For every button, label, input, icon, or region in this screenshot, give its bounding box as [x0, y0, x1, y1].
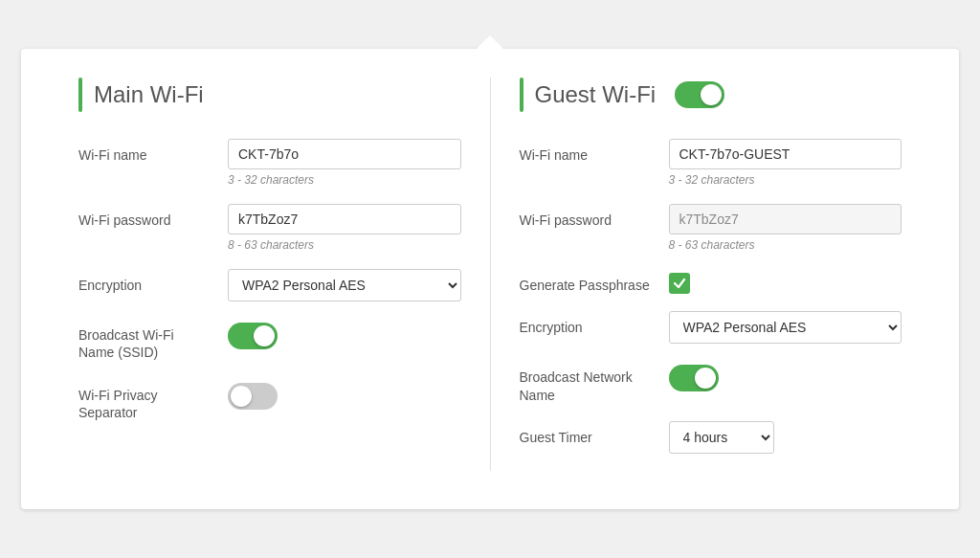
guest-wifi-title: Guest Wi-Fi [535, 81, 657, 108]
main-privacy-thumb [231, 386, 252, 407]
guest-wifi-bar [520, 78, 523, 112]
guest-broadcast-row: Broadcast Network Name [520, 361, 902, 403]
main-wifi-name-hint: 3 - 32 characters [228, 173, 461, 187]
main-broadcast-toggle-wrap [228, 319, 461, 349]
main-privacy-wrap [228, 379, 461, 410]
guest-wifi-enable-toggle[interactable] [675, 81, 724, 108]
main-wifi-bar [78, 78, 82, 112]
main-wifi-name-wrap: 3 - 32 characters [228, 139, 461, 187]
guest-wifi-password-row: Wi-Fi password 8 - 63 characters [520, 204, 902, 252]
guest-wifi-name-hint: 3 - 32 characters [669, 173, 902, 187]
main-wifi-name-row: Wi-Fi name 3 - 32 characters [78, 139, 461, 187]
main-wifi-password-wrap: 8 - 63 characters [228, 204, 461, 252]
guest-broadcast-toggle[interactable] [669, 365, 719, 391]
guest-broadcast-toggle-wrap [669, 361, 902, 391]
checkmark-icon [673, 277, 686, 290]
main-broadcast-toggle[interactable] [228, 323, 278, 349]
main-encryption-wrap: WPA2 Personal AES [228, 269, 461, 301]
main-broadcast-row: Broadcast Wi-Fi Name (SSID) [78, 319, 461, 361]
guest-generate-row: Generate Passphrase [520, 269, 902, 294]
main-privacy-row: Wi-Fi Privacy Separator [78, 379, 461, 421]
main-privacy-toggle[interactable] [228, 383, 278, 410]
main-privacy-toggle-wrap [228, 379, 461, 410]
guest-wifi-password-hint: 8 - 63 characters [669, 238, 902, 252]
guest-encryption-label: Encryption [520, 311, 654, 336]
guest-generate-checkbox-wrap [669, 269, 902, 294]
guest-generate-checkbox[interactable] [669, 273, 690, 294]
guest-timer-wrap: 1 hour 2 hours 4 hours 8 hours 24 hours … [669, 421, 902, 454]
guest-wifi-name-wrap: 3 - 32 characters [669, 139, 902, 187]
guest-wifi-section: Guest Wi-Fi Wi-Fi name 3 - 32 characters… [501, 78, 922, 471]
main-wifi-section: Main Wi-Fi Wi-Fi name 3 - 32 characters … [59, 78, 480, 471]
guest-wifi-name-input[interactable] [669, 139, 902, 169]
main-privacy-label: Wi-Fi Privacy Separator [78, 379, 212, 421]
main-broadcast-label: Broadcast Wi-Fi Name (SSID) [78, 319, 212, 361]
section-divider [490, 78, 491, 471]
guest-timer-row: Guest Timer 1 hour 2 hours 4 hours 8 hou… [520, 421, 902, 454]
main-wifi-title: Main Wi-Fi [94, 81, 204, 108]
guest-broadcast-thumb [695, 368, 716, 389]
guest-wifi-name-label: Wi-Fi name [520, 139, 654, 164]
guest-wifi-password-input[interactable] [669, 204, 902, 234]
guest-wifi-password-label: Wi-Fi password [520, 204, 654, 229]
main-wifi-name-label: Wi-Fi name [78, 139, 212, 164]
main-wifi-password-hint: 8 - 63 characters [228, 238, 461, 252]
main-wifi-name-input[interactable] [228, 139, 461, 169]
main-wifi-password-input[interactable] [228, 204, 461, 234]
guest-broadcast-label: Broadcast Network Name [520, 361, 654, 403]
guest-timer-select[interactable]: 1 hour 2 hours 4 hours 8 hours 24 hours … [669, 421, 774, 454]
guest-encryption-select[interactable]: WPA2 Personal AES [669, 311, 902, 344]
guest-encryption-row: Encryption WPA2 Personal AES [520, 311, 902, 344]
guest-generate-label: Generate Passphrase [520, 269, 654, 294]
guest-timer-label: Guest Timer [520, 421, 654, 446]
main-encryption-select[interactable]: WPA2 Personal AES [228, 269, 461, 301]
main-broadcast-wrap [228, 319, 461, 349]
guest-wifi-name-row: Wi-Fi name 3 - 32 characters [520, 139, 902, 187]
guest-broadcast-wrap [669, 361, 902, 391]
guest-encryption-wrap: WPA2 Personal AES [669, 311, 902, 344]
main-wifi-password-label: Wi-Fi password [78, 204, 212, 229]
main-wifi-password-row: Wi-Fi password 8 - 63 characters [78, 204, 461, 252]
settings-card: Main Wi-Fi Wi-Fi name 3 - 32 characters … [21, 49, 959, 509]
guest-wifi-header: Guest Wi-Fi [520, 78, 902, 112]
main-encryption-row: Encryption WPA2 Personal AES [78, 269, 461, 301]
main-wifi-header: Main Wi-Fi [78, 78, 461, 112]
guest-generate-wrap [669, 269, 902, 294]
main-encryption-label: Encryption [78, 269, 212, 294]
guest-wifi-password-wrap: 8 - 63 characters [669, 204, 902, 252]
